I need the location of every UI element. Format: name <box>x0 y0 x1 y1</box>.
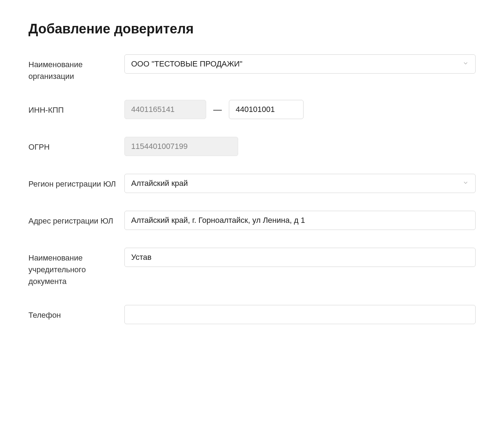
phone-label: Телефон <box>28 305 124 321</box>
ogrn-input <box>124 137 238 156</box>
kpp-input[interactable] <box>229 100 304 119</box>
ogrn-row: ОГРН <box>28 137 476 156</box>
phone-input[interactable] <box>124 305 476 324</box>
inn-kpp-separator: — <box>212 104 223 114</box>
founding-doc-label: Наименование учредительного документа <box>28 248 124 287</box>
region-row: Регион регистрации ЮЛ Алтайский край <box>28 174 476 193</box>
address-input[interactable] <box>124 211 476 230</box>
ogrn-label: ОГРН <box>28 137 124 153</box>
address-row: Адрес регистрации ЮЛ <box>28 211 476 230</box>
inn-input <box>124 100 206 119</box>
phone-row: Телефон <box>28 305 476 324</box>
region-select[interactable]: Алтайский край <box>124 174 476 193</box>
org-name-row: Наименование организации ООО "ТЕСТОВЫЕ П… <box>28 54 476 82</box>
org-name-value: ООО "ТЕСТОВЫЕ ПРОДАЖИ" <box>131 59 242 69</box>
org-name-select[interactable]: ООО "ТЕСТОВЫЕ ПРОДАЖИ" <box>124 54 476 74</box>
org-name-label: Наименование организации <box>28 54 124 82</box>
chevron-down-icon <box>462 179 469 188</box>
region-value: Алтайский край <box>131 179 188 188</box>
inn-kpp-label: ИНН-КПП <box>28 100 124 116</box>
page-title: Добавление доверителя <box>28 21 476 37</box>
founding-doc-input[interactable] <box>124 248 476 267</box>
inn-kpp-row: ИНН-КПП — <box>28 100 476 119</box>
address-label: Адрес регистрации ЮЛ <box>28 211 124 227</box>
chevron-down-icon <box>462 59 469 69</box>
region-label: Регион регистрации ЮЛ <box>28 174 124 190</box>
founding-doc-row: Наименование учредительного документа <box>28 248 476 287</box>
